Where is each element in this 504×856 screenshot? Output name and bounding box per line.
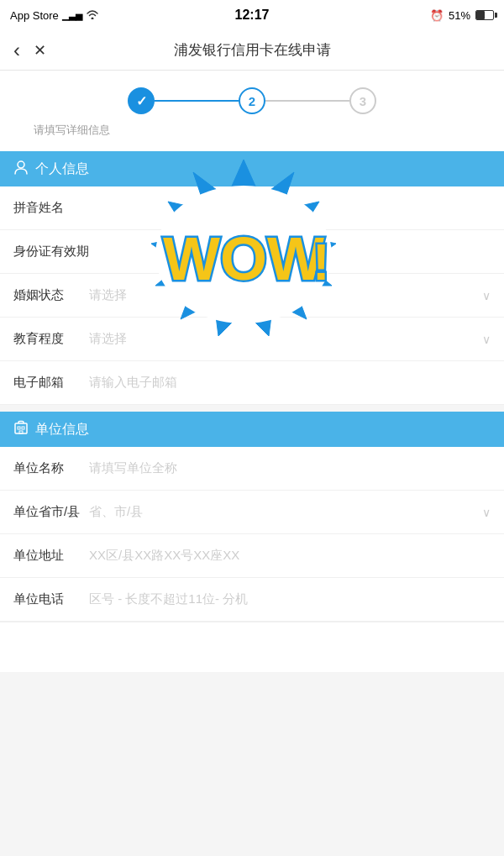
value-education: 请选择: [89, 331, 475, 347]
personal-section-header: 个人信息: [0, 151, 504, 186]
chevron-marital-icon: ∨: [482, 289, 491, 302]
personal-section-title: 个人信息: [35, 160, 89, 178]
svg-rect-6: [18, 427, 20, 429]
form-row-company-location[interactable]: 单位省市/县 省、市/县 ∨: [0, 491, 504, 534]
chevron-location-icon: ∨: [482, 506, 491, 519]
value-company-address: XX区/县XX路XX号XX座XX: [89, 548, 491, 564]
work-section-header: 单位信息: [0, 412, 504, 447]
form-row-marital[interactable]: 婚姻状态 请选择 ∨: [0, 274, 504, 318]
form-row-education[interactable]: 教育程度 请选择 ∨: [0, 318, 504, 361]
status-carrier: App Store ▁▃▅: [10, 9, 99, 22]
checkmark-icon: ✓: [136, 93, 147, 109]
form-row-email[interactable]: 电子邮箱 请输入电子邮箱: [0, 361, 504, 405]
status-right: ⏰ 51%: [430, 9, 494, 22]
value-marital: 请选择: [89, 287, 475, 303]
wifi-icon: [86, 9, 99, 22]
carrier-text: App Store: [10, 9, 59, 22]
progress-section: ✓ 2 3 请填写详细信息: [0, 71, 504, 151]
step-3: 3: [349, 87, 376, 114]
nav-left-icons: ‹ ✕: [13, 39, 46, 62]
label-company-location: 单位省市/县: [13, 504, 89, 520]
label-pinyin: 拼音姓名: [13, 200, 89, 216]
bottom-spacer: [0, 622, 504, 672]
step-1: ✓: [128, 87, 155, 114]
svg-rect-8: [19, 431, 23, 433]
step-line-2: [265, 100, 349, 102]
step-line-1: [155, 100, 239, 102]
progress-subtitle: 请填写详细信息: [34, 123, 470, 138]
label-company-phone: 单位电话: [13, 591, 89, 607]
form-row-pinyin[interactable]: 拼音姓名: [0, 186, 504, 230]
value-company-phone: 区号 - 长度不超过11位- 分机: [89, 591, 491, 607]
value-email: 请输入电子邮箱: [89, 375, 491, 391]
label-email: 电子邮箱: [13, 375, 89, 391]
form-row-company-name[interactable]: 单位名称 请填写单位全称: [0, 447, 504, 491]
form-row-company-phone[interactable]: 单位电话 区号 - 长度不超过11位- 分机: [0, 578, 504, 622]
work-info-section: 单位信息 单位名称 请填写单位全称 单位省市/县 省、市/县 ∨ 单位地址 XX…: [0, 412, 504, 622]
building-icon: [13, 420, 29, 439]
step-2: 2: [239, 87, 265, 114]
nav-bar: ‹ ✕ 浦发银行信用卡在线申请: [0, 30, 504, 71]
label-id-expiry: 身份证有效期: [13, 244, 89, 260]
close-button[interactable]: ✕: [34, 41, 46, 60]
value-company-name: 请填写单位全称: [89, 460, 491, 476]
battery-icon: [475, 10, 494, 20]
signal-bars: ▁▃▅: [62, 10, 82, 21]
form-row-company-address[interactable]: 单位地址 XX区/县XX路XX号XX座XX: [0, 534, 504, 578]
label-marital: 婚姻状态: [13, 287, 89, 303]
svg-rect-7: [22, 427, 24, 429]
person-icon: [13, 160, 29, 178]
battery-percent: 51%: [449, 9, 470, 22]
steps-container: ✓ 2 3: [34, 87, 470, 114]
status-bar: App Store ▁▃▅ 12:17 ⏰ 51%: [0, 0, 504, 30]
svg-point-4: [18, 161, 24, 168]
label-company-name: 单位名称: [13, 460, 89, 476]
step-2-label: 2: [249, 94, 255, 108]
alarm-icon: ⏰: [430, 9, 444, 22]
step-3-label: 3: [360, 94, 366, 108]
form-row-id-expiry[interactable]: 身份证有效期: [0, 230, 504, 274]
chevron-education-icon: ∨: [482, 333, 491, 346]
svg-rect-5: [15, 423, 27, 433]
value-company-location: 省、市/县: [89, 504, 475, 520]
status-time: 12:17: [235, 8, 270, 23]
work-section-title: 单位信息: [35, 421, 89, 439]
label-education: 教育程度: [13, 331, 89, 347]
label-company-address: 单位地址: [13, 548, 89, 564]
back-button[interactable]: ‹: [13, 39, 20, 62]
page-title: 浦发银行信用卡在线申请: [174, 40, 331, 60]
personal-info-section: 个人信息 拼音姓名 身份证有效期 婚姻状态 请选择 ∨ 教育程度 请选择 ∨ 电…: [0, 151, 504, 405]
